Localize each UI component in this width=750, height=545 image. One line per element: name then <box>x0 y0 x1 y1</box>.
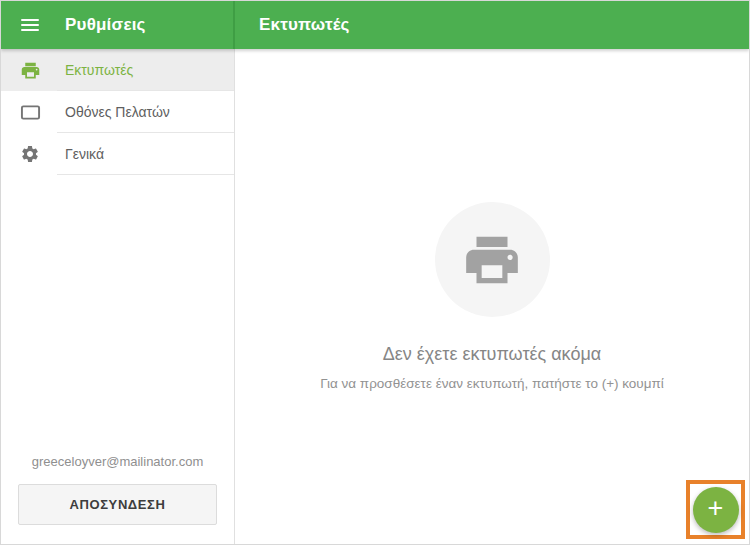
settings-sidebar: Εκτυπωτές Οθόνες Πελατών Γενικά <box>1 49 235 544</box>
sidebar-header: Ρυθμίσεις <box>1 1 235 49</box>
gear-icon <box>19 143 41 165</box>
page-title: Εκτυπωτές <box>259 15 350 35</box>
main-header: Εκτυπωτές <box>235 1 749 49</box>
sidebar-item-customer-displays[interactable]: Οθόνες Πελατών <box>1 91 234 133</box>
sidebar-item-label: Εκτυπωτές <box>65 62 133 78</box>
printers-panel: Δεν έχετε εκτυπωτές ακόμα Για να προσθέσ… <box>235 49 749 544</box>
account-email: greeceloyver@mailinator.com <box>1 454 234 469</box>
logout-button[interactable]: ΑΠΟΣΥΝΔΕΣΗ <box>18 484 217 525</box>
app-header: Ρυθμίσεις Εκτυπωτές <box>1 1 749 49</box>
add-printer-fab[interactable]: + <box>693 487 739 533</box>
sidebar-item-printers[interactable]: Εκτυπωτές <box>1 49 234 91</box>
settings-screen: Ρυθμίσεις Εκτυπωτές Εκτυπωτές <box>0 0 750 545</box>
printer-icon <box>461 229 523 291</box>
sidebar-header-title: Ρυθμίσεις <box>65 15 146 35</box>
empty-state-circle <box>435 202 550 317</box>
plus-icon: + <box>708 495 724 522</box>
empty-state-title: Δεν έχετε εκτυπωτές ακόμα <box>383 344 601 365</box>
sidebar-item-label: Γενικά <box>65 146 104 162</box>
body: Εκτυπωτές Οθόνες Πελατών Γενικά <box>1 49 749 544</box>
display-icon <box>19 101 41 123</box>
hamburger-menu-icon[interactable] <box>21 19 39 31</box>
sidebar-item-label: Οθόνες Πελατών <box>65 104 170 120</box>
annotation-highlight-box: + <box>686 480 745 539</box>
sidebar-item-general[interactable]: Γενικά <box>1 133 234 175</box>
empty-state-subtitle: Για να προσθέσετε έναν εκτυπωτή, πατήστε… <box>320 376 664 391</box>
sidebar-spacer <box>1 175 234 454</box>
printer-icon <box>19 59 41 81</box>
